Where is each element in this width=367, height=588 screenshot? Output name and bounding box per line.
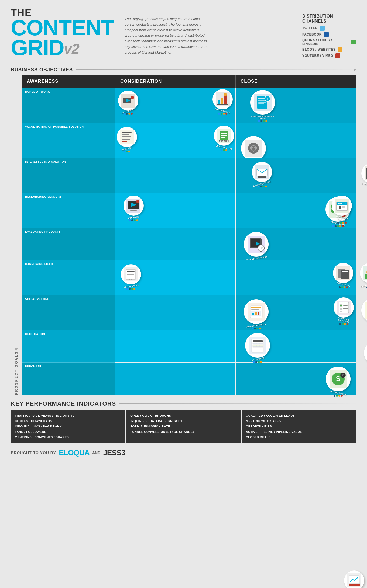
cell-vague-consideration: QUIZZES & WIDGETS [236,123,356,158]
footer-brought-by: BROUGHT TO YOU BY [11,451,56,455]
reference-checklists-icon [334,297,354,318]
footer-jess3: JESS3 [103,448,125,457]
bubble-reference-checklists: REFERENCE CHECKLISTS [334,297,354,325]
cell-interested-consideration: E-NEWSLETTERS [236,158,356,193]
svg-rect-90 [255,312,257,315]
customer-testimonials-label: CUSTOMER TESTIMONIALS [361,322,367,329]
svg-rect-82 [342,273,347,273]
row-label-evaluating: EVALUATING PRODUCTS [22,228,115,260]
pricing-guides-icon: $ ☑ [326,367,351,391]
svg-rect-29 [221,137,225,138]
prospect-goals-label: PROSPECT GOALS [14,351,18,395]
ebooks-icon: ▶ [250,90,275,115]
whitepapers-dots [126,288,135,290]
bubble-webinars: WEBINARS [124,196,144,221]
bubble-pricing-guides: $ ☑ PRICING GUIDES [326,367,351,396]
svg-rect-112 [256,346,260,347]
svg-text:TOP TEN!: TOP TEN! [219,140,229,142]
svg-rect-72 [127,276,132,276]
svg-rect-38 [349,584,360,586]
articles-dots [124,151,130,152]
svg-rect-15 [258,103,264,104]
footer: BROUGHT TO YOU BY ELOQUA AND JESS3 [0,443,367,462]
row-label-interested: INTERESTED IN A SOLUTION [22,158,115,193]
bubble-press-releases: ! PRESS RELEASES [361,163,367,189]
svg-text:☞: ☞ [259,246,263,250]
header-description: The "buying" process begins long before … [125,8,291,55]
svg-point-8 [224,93,227,96]
cell-evaluating-consideration: ☞ INTERACTIVE DEMOS [236,228,356,260]
business-objectives-label: BUSINESS OBJECTIVES [11,67,73,73]
svg-rect-83 [342,274,347,274]
pricing-guides-dots [334,395,343,397]
table-row: EVALUATING PRODUCTS [22,228,356,260]
svg-rect-108 [253,345,256,346]
cell-purchase-awareness [115,363,235,395]
svg-rect-18 [120,130,134,144]
svg-rect-13 [258,100,265,101]
svg-rect-59 [339,206,341,209]
title-v2: v2 [64,41,80,56]
row-label-vague: VAGUE NOTION OF POSSIBLE SOLUTION [22,123,115,158]
svg-rect-6 [221,98,223,104]
page-wrapper: THE CONTENT GRIDv2 The "buying" process … [0,0,367,462]
svg-rect-99 [340,308,342,310]
main-grid-area: PROSPECT GOALS AWARENESS CONSIDERATION C… [11,75,356,395]
feature-guides-icon [360,263,367,283]
kpi-boxes: TRAFFIC / PAGE VIEWS / TIME ONSITECONTEN… [11,410,356,443]
svg-point-50 [136,200,139,203]
cell-vague-close: TREND REPORTS [356,123,356,158]
viral-videos-icon [118,91,138,111]
header-description-text: The "buying" process begins long before … [125,16,211,55]
business-objectives-arrow [76,69,356,70]
webinars-icon [124,196,144,216]
svg-rect-69 [127,271,135,272]
bubble-customer-testimonials: CUSTOMER TESTIMONIALS [361,298,367,330]
interactive-demos-icon: ☞ [244,232,269,257]
cell-interested-close: ! PRESS RELEASES [356,158,356,193]
svg-rect-19 [122,132,132,133]
svg-rect-28 [221,135,227,136]
table-row: PURCHASE $ [22,363,356,395]
customer-testimonials-icon [361,298,367,323]
svg-rect-20 [122,134,129,135]
analyst-reports-dots [252,328,261,329]
bubble-curated-lists: TOP TEN! CURATED LISTS [214,126,234,151]
dist-item-dot [324,32,329,37]
table-row: INTERESTED IN A SOLUTION [22,158,356,193]
curated-lists-icon: TOP TEN! [214,126,234,146]
svg-rect-24 [122,141,127,142]
svg-rect-14 [258,102,266,103]
kpi-box-close: QUALIFIED / ACCEPTED LEADSMEETING WITH S… [242,410,356,443]
cell-evaluating-close [356,228,356,260]
svg-text:$: $ [336,374,340,383]
col-header-awareness: AWARENESS [22,75,115,88]
bubble-ebooks: ▶ EBOOKS, PLAYBOOKS & GUIDES [249,90,276,122]
column-header-row: AWARENESS CONSIDERATION CLOSE [22,75,356,88]
svg-rect-110 [260,345,263,346]
bubble-trend-reports: TREND REPORTS [344,570,364,588]
footer-and: AND [92,451,100,455]
row-label-purchase: PURCHASE [22,363,115,395]
cell-social-close: CUSTOMER TESTIMONIALS [356,295,356,330]
cell-bored-consideration: ▶ EBOOKS, PLAYBOOKS & GUIDES [236,88,356,123]
bubble-analyst-reports: ANALYST REPORTS [244,299,269,329]
title-block: THE CONTENT GRIDv2 [11,8,114,58]
bubble-articles: ARTICLES [117,127,137,152]
svg-text:▶: ▶ [266,98,269,100]
dist-item-label: YOUTUBE / VIMEO [302,54,333,58]
enewsletters-icon [252,162,272,182]
svg-rect-111 [253,346,256,347]
bubble-infographics: INFOGRAPHICS [212,89,233,114]
dist-item: BLOGS / WEBSITES [302,47,356,52]
col-header-close: CLOSE [236,75,356,88]
reference-checklists-dots [339,323,348,325]
cell-bored-close [356,88,356,123]
svg-text:HELLO: HELLO [338,202,345,205]
distribution-channels: DISTRIBUTION CHANNELS TWITTER FACEBOOK Q… [302,8,356,60]
articles-icon [117,127,137,147]
bubble-feature-guides: FEATURE GUIDES [360,263,367,288]
infographics-icon [212,89,233,109]
svg-rect-106 [256,343,260,344]
bubble-enewsletters: E-NEWSLETTERS [252,162,272,187]
